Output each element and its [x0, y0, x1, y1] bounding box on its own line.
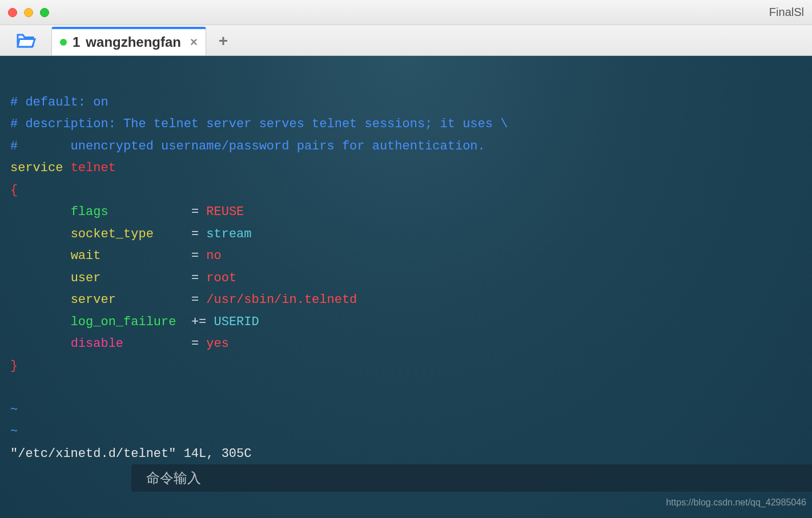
attr-key: user [71, 271, 101, 285]
command-input-bar[interactable]: 命令输入 [131, 464, 812, 492]
minimize-window-button[interactable] [24, 8, 33, 17]
command-input-placeholder: 命令输入 [146, 467, 201, 489]
watermark-text: https://blog.csdn.net/qq_42985046 [666, 492, 806, 514]
vim-empty-line: ~ [10, 424, 18, 439]
maximize-window-button[interactable] [40, 8, 49, 17]
close-tab-icon[interactable]: × [190, 35, 198, 50]
connection-status-indicator [60, 39, 67, 46]
folder-open-icon [16, 31, 37, 51]
plus-icon: + [219, 32, 228, 50]
assign-op: = [191, 205, 199, 219]
tab-index: 1 [73, 34, 80, 50]
assign-op: = [191, 293, 199, 307]
attr-key: flags [71, 205, 108, 219]
assign-op: = [191, 337, 199, 351]
attr-key: disable [71, 337, 123, 351]
comment-line: # default: on [10, 95, 108, 110]
assign-op: = [191, 227, 199, 241]
attr-value: no [206, 249, 221, 263]
attr-value: yes [206, 337, 229, 351]
assign-op: = [191, 271, 199, 285]
tab-label: wangzhengfan [86, 34, 181, 50]
vim-status-line: "/etc/xinetd.d/telnet" 14L, 305C [10, 447, 251, 461]
vim-empty-line: ~ [10, 403, 18, 417]
brace-close: } [10, 359, 18, 373]
keyword-service: service [10, 161, 63, 175]
service-name: telnet [71, 161, 116, 175]
new-tab-button[interactable]: + [211, 27, 236, 55]
window-controls [8, 8, 49, 17]
terminal-content: # default: on # description: The telnet … [10, 92, 802, 466]
tab-session-1[interactable]: 1 wangzhengfan × [51, 27, 206, 55]
app-title: FinalSl [769, 6, 804, 19]
open-session-button[interactable] [5, 27, 48, 55]
attr-value: stream [206, 227, 251, 241]
assign-op: += [191, 315, 206, 329]
attr-value: USERID [214, 315, 259, 329]
tab-bar: 1 wangzhengfan × + [0, 25, 812, 56]
comment-line: # description: The telnet server serves … [10, 117, 508, 131]
comment-line: # unencrypted username/password pairs fo… [10, 139, 485, 153]
attr-value: root [206, 271, 236, 285]
attr-value: REUSE [206, 205, 244, 219]
attr-key: socket_type [71, 227, 154, 241]
attr-key: log_on_failure [71, 315, 176, 329]
terminal-view[interactable]: # default: on # description: The telnet … [0, 56, 812, 518]
attr-key: server [71, 293, 116, 307]
close-window-button[interactable] [8, 8, 17, 17]
attr-key: wait [71, 249, 101, 263]
attr-value: /usr/sbin/in.telnetd [206, 293, 357, 307]
assign-op: = [191, 249, 199, 263]
brace-open: { [10, 183, 18, 197]
titlebar: FinalSl [0, 0, 812, 25]
